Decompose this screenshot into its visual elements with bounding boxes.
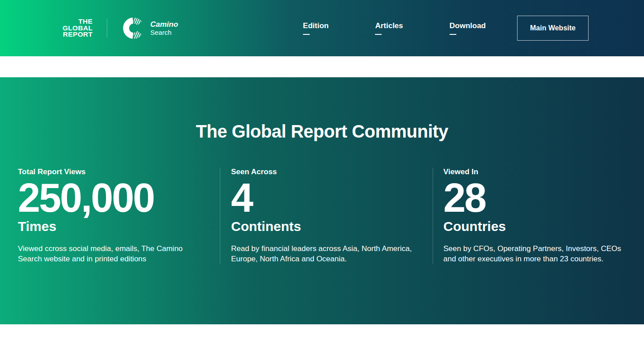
- stat-label: Viewed In: [443, 168, 626, 176]
- stat-label: Seen Across: [231, 168, 424, 176]
- nav-item-download[interactable]: Download: [450, 21, 486, 35]
- main-nav: Edition Articles Download: [303, 21, 486, 35]
- camino-subtitle: Search: [150, 29, 178, 37]
- global-report-logo[interactable]: THE GLOBAL REPORT: [63, 18, 93, 38]
- logo-divider: [107, 19, 107, 38]
- logo-line-report: REPORT: [63, 31, 93, 38]
- camino-wordmark: Camino Search: [150, 20, 178, 37]
- nav-underline: [375, 34, 382, 35]
- stats-row: Total Report Views 250,000 Times Viewed …: [18, 168, 626, 264]
- stat-description: Viewed ccross social media, emails, The …: [18, 243, 200, 264]
- stat-unit: Continents: [231, 219, 424, 234]
- hero-title: The Global Report Community: [0, 121, 644, 142]
- bottom-whitespace: [0, 324, 644, 348]
- stat-description: Seen by CFOs, Operating Partners, Invest…: [443, 243, 626, 264]
- stat-description: Read by financial leaders across Asia, N…: [231, 243, 413, 264]
- camino-title: Camino: [150, 20, 178, 29]
- stat-unit: Countries: [443, 219, 626, 234]
- top-header: THE GLOBAL REPORT Camino Search Edition …: [0, 0, 644, 56]
- stat-countries: Viewed In 28 Countries Seen by CFOs, Ope…: [433, 168, 626, 264]
- header-gap: [0, 56, 644, 77]
- stat-value: 4: [231, 181, 424, 215]
- nav-item-download-label: Download: [450, 21, 486, 30]
- hero-section: The Global Report Community Total Report…: [0, 77, 644, 324]
- camino-search-logo[interactable]: Camino Search: [122, 16, 178, 40]
- nav-underline: [450, 34, 456, 35]
- nav-item-articles[interactable]: Articles: [375, 21, 403, 35]
- stat-value: 28: [443, 181, 626, 215]
- nav-item-articles-label: Articles: [375, 21, 403, 30]
- nav-underline: [303, 34, 310, 35]
- camino-c-icon: [122, 16, 146, 40]
- stat-report-views: Total Report Views 250,000 Times Viewed …: [18, 168, 220, 264]
- main-website-button[interactable]: Main Website: [517, 16, 589, 41]
- nav-item-edition[interactable]: Edition: [303, 21, 329, 35]
- stat-value: 250,000: [18, 181, 211, 215]
- stat-continents: Seen Across 4 Continents Read by financi…: [220, 168, 433, 264]
- stat-label: Total Report Views: [18, 168, 211, 176]
- stat-unit: Times: [18, 219, 211, 234]
- nav-item-edition-label: Edition: [303, 21, 329, 30]
